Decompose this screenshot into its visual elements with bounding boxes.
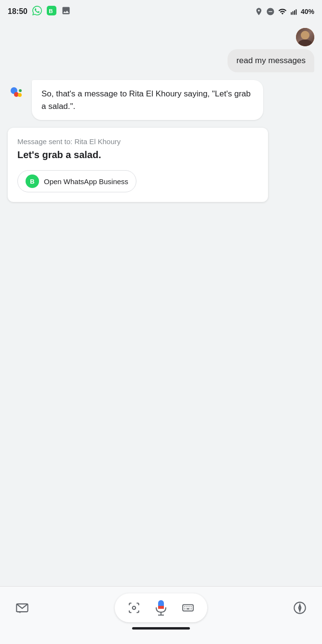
assistant-message-bubble: So, that's a message to Rita El Khoury s… [32, 80, 263, 120]
gallery-status-icon [61, 6, 71, 18]
svg-text:B: B [49, 8, 53, 14]
battery-percent: 40% [301, 8, 314, 15]
svg-rect-4 [294, 10, 295, 14]
dnd-icon [266, 7, 275, 16]
svg-rect-3 [293, 11, 294, 14]
open-app-label: Open WhatsApp Business [44, 177, 128, 186]
signal-icon [290, 7, 298, 16]
message-icon-button[interactable] [12, 597, 33, 618]
google-assistant-logo [8, 82, 27, 101]
svg-rect-5 [295, 9, 296, 14]
wifi-icon [278, 7, 287, 16]
svg-rect-2 [291, 12, 292, 14]
whatsapp-b-letter: B [30, 178, 34, 185]
card-recipient: Message sent to: Rita El Khoury [17, 137, 258, 146]
bottom-bar [0, 586, 322, 644]
card-message-text: Let's grab a salad. [17, 149, 258, 161]
user-avatar-image [296, 28, 314, 46]
svg-marker-29 [299, 604, 301, 608]
assistant-response-row: So, that's a message to Rita El Khoury s… [8, 80, 314, 120]
user-avatar [296, 28, 314, 46]
svg-point-9 [19, 89, 22, 92]
whatsapp-business-status-icon: B [47, 6, 56, 18]
status-left: 18:50 B [8, 6, 71, 18]
chat-area: read my messages So, that's a message to… [0, 23, 322, 207]
user-message-row: read my messages [8, 28, 314, 72]
svg-point-14 [133, 606, 136, 610]
home-indicator [132, 627, 190, 630]
status-bar: 18:50 B [0, 0, 322, 23]
compass-button[interactable] [289, 597, 310, 618]
keyboard-button[interactable] [180, 600, 196, 616]
user-message-bubble: read my messages [228, 49, 314, 72]
whatsapp-business-icon: B [26, 174, 39, 188]
status-time: 18:50 [8, 7, 27, 16]
whatsapp-status-icon [32, 6, 42, 18]
bottom-controls [0, 593, 322, 622]
screenshot-button[interactable] [126, 600, 142, 616]
svg-rect-20 [183, 605, 193, 611]
svg-marker-30 [299, 608, 301, 611]
microphone-button[interactable] [151, 598, 171, 617]
message-card: Message sent to: Rita El Khoury Let's gr… [8, 128, 268, 202]
bottom-center-pill [115, 593, 207, 622]
svg-rect-17 [158, 607, 164, 609]
status-right: 40% [255, 7, 314, 16]
svg-point-8 [18, 93, 22, 97]
location-icon [255, 7, 263, 16]
open-whatsapp-business-button[interactable]: B Open WhatsApp Business [17, 170, 136, 192]
